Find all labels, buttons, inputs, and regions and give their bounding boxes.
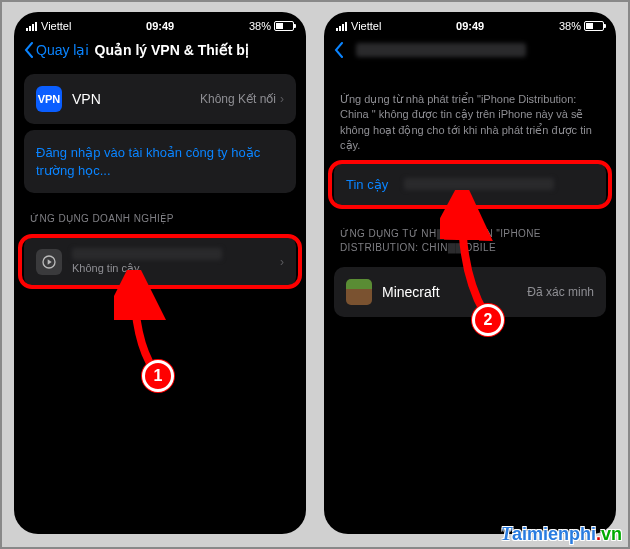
annotation-badge-1: 1 (142, 360, 174, 392)
vpn-status: Không Kết nối (200, 92, 276, 106)
developer-sub: Không tin cậy (72, 262, 222, 275)
carrier: Viettel (351, 20, 381, 32)
chevron-left-icon (24, 42, 34, 58)
minecraft-icon (346, 279, 372, 305)
watermark: Taimienphi.vn (501, 524, 622, 545)
chevron-right-icon: › (280, 92, 284, 106)
vpn-label: VPN (72, 91, 101, 107)
developer-name-blurred (72, 248, 222, 260)
signin-cell[interactable]: Đăng nhập vào tài khoản công ty hoặc trư… (24, 130, 296, 193)
vpn-cell[interactable]: VPN VPN Không Kết nối › (24, 74, 296, 124)
phone-right: Viettel 09:49 38% Ứng dụng từ nhà phát t… (324, 12, 616, 534)
phone-left: Viettel 09:49 38% Quay lại Quản lý VPN &… (14, 12, 306, 534)
app-cell[interactable]: Minecraft Đã xác minh (334, 267, 606, 317)
vpn-icon: VPN (36, 86, 62, 112)
nav-header: Quay lại Quản lý VPN & Thiết bị (14, 36, 306, 68)
back-button[interactable]: Quay lại (24, 42, 89, 58)
clock: 09:49 (146, 20, 174, 32)
annotation-badge-2: 2 (472, 304, 504, 336)
trust-cell[interactable]: Tin cậy (334, 162, 606, 208)
battery-percent: 38% (249, 20, 271, 32)
battery-icon (274, 21, 294, 31)
apps-header: ỨNG DỤNG TỪ NH▇▇▇TRIỂN "IPHONE DISTRIBUT… (324, 213, 616, 261)
developer-icon (36, 249, 62, 275)
back-label: Quay lại (36, 42, 89, 58)
title-blurred (356, 43, 526, 57)
page-title: Quản lý VPN & Thiết bị (95, 42, 249, 58)
signal-icon (336, 22, 347, 31)
signal-icon (26, 22, 37, 31)
carrier: Viettel (41, 20, 71, 32)
enterprise-header: ỨNG DỤNG DOANH NGHIỆP (14, 199, 306, 230)
trust-blurred (404, 178, 554, 190)
trust-label: Tin cậy (346, 176, 388, 194)
battery-percent: 38% (559, 20, 581, 32)
battery-icon (584, 21, 604, 31)
nav-header (324, 36, 616, 68)
app-name: Minecraft (382, 284, 440, 300)
back-button[interactable] (334, 42, 344, 58)
developer-cell[interactable]: Không tin cậy › (24, 236, 296, 287)
signin-link: Đăng nhập vào tài khoản công ty hoặc trư… (36, 144, 284, 179)
chevron-right-icon: › (280, 255, 284, 269)
status-bar: Viettel 09:49 38% (324, 12, 616, 36)
trust-description: Ứng dụng từ nhà phát triển "iPhone Distr… (324, 86, 616, 156)
status-bar: Viettel 09:49 38% (14, 12, 306, 36)
app-status: Đã xác minh (527, 285, 594, 299)
chevron-left-icon (334, 42, 344, 58)
clock: 09:49 (456, 20, 484, 32)
